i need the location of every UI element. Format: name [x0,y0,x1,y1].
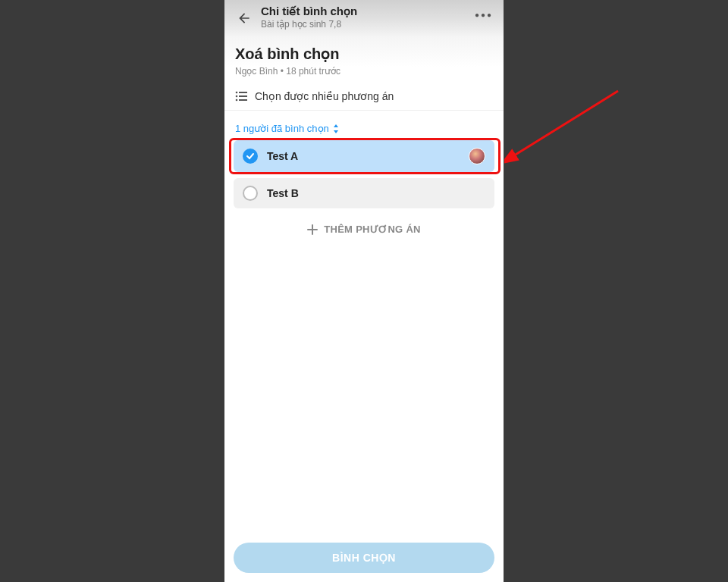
app-screen: Chi tiết bình chọn Bài tập học sinh 7,8 … [224,0,504,582]
header-bar: Chi tiết bình chọn Bài tập học sinh 7,8 … [224,0,504,37]
add-option-button[interactable]: THÊM PHƯƠNG ÁN [234,216,494,242]
svg-rect-3 [239,95,247,97]
header-title-block: Chi tiết bình chọn Bài tập học sinh 7,8 [261,5,475,30]
svg-point-0 [236,92,238,94]
add-option-label: THÊM PHƯƠNG ÁN [324,224,421,235]
poll-heading: Xoá bình chọn Ngọc Bình • 18 phút trước [224,37,504,80]
poll-option-test-a[interactable]: Test A [234,140,494,172]
poll-author: Ngọc Bình [235,66,278,77]
back-button[interactable] [235,9,253,27]
footer: BÌNH CHỌN [224,534,504,582]
poll-time: 18 phút trước [286,66,340,77]
svg-point-2 [236,95,238,98]
header-subtitle: Bài tập học sinh 7,8 [261,19,475,30]
header-title: Chi tiết bình chọn [261,5,475,18]
vote-button[interactable]: BÌNH CHỌN [234,543,494,573]
svg-rect-5 [239,99,247,101]
sort-icon [332,124,340,133]
svg-rect-1 [239,92,247,93]
more-icon: ●●● [475,11,493,19]
voter-avatar [469,148,485,164]
poll-title: Xoá bình chọn [235,45,493,63]
multi-select-indicator: Chọn được nhiều phương án [224,80,504,111]
check-icon [246,152,255,161]
vote-button-label: BÌNH CHỌN [332,552,396,564]
annotation-arrow [504,87,626,171]
radio-checked [243,149,258,164]
arrow-left-icon [237,11,252,26]
plus-icon [307,224,318,235]
poll-meta: Ngọc Bình • 18 phút trước [235,66,493,77]
voters-count-link[interactable]: 1 người đã bình chọn [224,117,504,140]
list-icon [235,91,247,102]
poll-options: Test A Test B THÊM PHƯƠNG ÁN [224,140,504,242]
poll-option-test-b[interactable]: Test B [234,178,494,208]
more-button[interactable]: ●●● [475,11,493,19]
radio-unchecked [243,186,258,201]
voters-count-text: 1 người đã bình chọn [235,123,329,134]
option-label: Test A [267,150,469,162]
multi-select-label: Chọn được nhiều phương án [255,90,394,102]
option-label: Test B [267,187,485,199]
svg-point-4 [236,99,238,102]
svg-line-6 [512,91,618,157]
